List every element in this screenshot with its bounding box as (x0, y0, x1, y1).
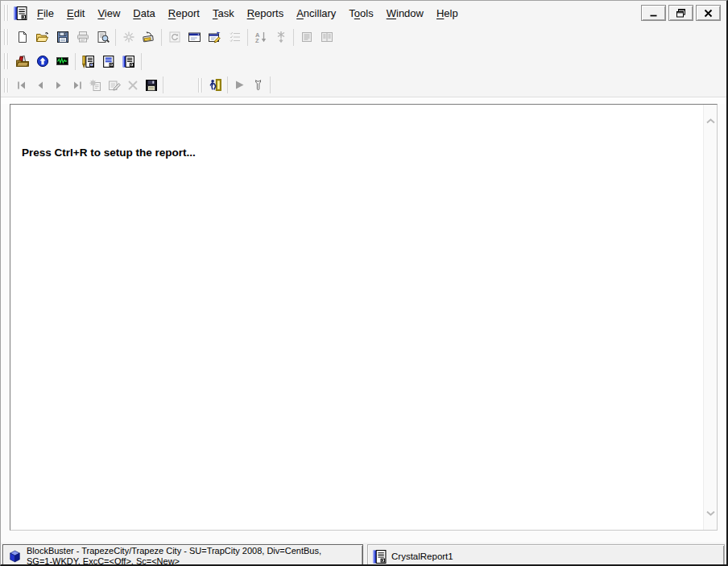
new-document-button[interactable] (12, 27, 32, 48)
folder-books-button[interactable] (12, 52, 32, 72)
folder-books-icon (15, 55, 30, 68)
delete-record-button (123, 75, 142, 95)
last-record-icon (72, 80, 83, 91)
menu-help[interactable]: Help (430, 4, 465, 23)
blue-cube-icon (8, 549, 22, 564)
menu-ancillary[interactable]: Ancillary (290, 4, 342, 23)
edit-record-button (105, 75, 123, 95)
toolbar-run-grip[interactable] (198, 73, 203, 97)
print-icon (77, 31, 89, 43)
report-task-button[interactable]: CrystalReport1 (367, 544, 725, 566)
print-preview-icon (97, 31, 110, 43)
report-bound-button[interactable] (118, 52, 139, 72)
next-record-icon (53, 80, 64, 91)
save-floppy-icon (56, 31, 69, 43)
first-record-icon (16, 80, 27, 91)
menu-view[interactable]: View (91, 4, 126, 23)
toolbar-separator (75, 53, 76, 70)
run-button (230, 75, 249, 95)
run-play-icon (234, 79, 246, 91)
toolbar-separator (115, 29, 116, 46)
upload-circle-icon (36, 55, 49, 68)
form-window-icon (188, 31, 201, 43)
toolbar-standard-grip[interactable] (4, 25, 9, 49)
menu-window[interactable]: Window (380, 4, 430, 23)
task-bar: BlockBuster - TrapezeCity/Trapeze City -… (1, 543, 726, 566)
print-button (72, 27, 93, 48)
restore-button[interactable] (668, 5, 693, 21)
toolbar-separator (163, 76, 163, 93)
close-button[interactable] (696, 5, 721, 21)
report-lines-button[interactable] (98, 52, 118, 72)
session-task-button[interactable]: BlockBuster - TrapezeCity/Trapeze City -… (2, 544, 363, 566)
toolbar-record-navigation (1, 73, 726, 97)
upload-circle-button[interactable] (32, 52, 52, 72)
scroll-up-icon (706, 118, 715, 124)
menu-data[interactable]: Data (126, 4, 161, 23)
minimize-icon (649, 9, 658, 18)
scroll-up-button[interactable] (704, 114, 718, 128)
restore-icon (676, 8, 686, 18)
setup-wrench-icon (252, 79, 264, 92)
exit-button[interactable] (206, 75, 225, 95)
toolbar-application (1, 49, 726, 73)
scroll-down-button[interactable] (704, 506, 718, 520)
starburst-icon (122, 31, 135, 43)
signal-monitor-icon (56, 55, 69, 68)
next-record-button (49, 75, 68, 95)
toolbar-separator (161, 29, 162, 46)
print-preview-button[interactable] (93, 27, 113, 48)
report-pencil-button[interactable] (78, 52, 98, 72)
toolbar-separator (141, 53, 142, 70)
first-record-button (12, 75, 31, 95)
menubar-grip[interactable] (4, 1, 9, 25)
open-file-button[interactable] (32, 27, 52, 48)
new-record-icon (89, 79, 102, 92)
sort-az-icon: A Z (254, 31, 267, 43)
new-document-icon (16, 31, 29, 43)
previous-record-button (31, 75, 49, 95)
crystal-report-icon (373, 550, 387, 564)
minimize-button[interactable] (641, 5, 666, 21)
report-columns-icon (321, 31, 333, 43)
last-record-button (68, 75, 86, 95)
new-record-button (86, 75, 105, 95)
toolbar-separator (227, 76, 228, 93)
signal-monitor-button[interactable] (52, 52, 72, 72)
starburst-button (118, 27, 139, 48)
menu-edit[interactable]: Edit (60, 4, 91, 23)
menu-file[interactable]: File (31, 4, 60, 23)
refresh-icon (168, 31, 181, 43)
toolbar-application-grip[interactable] (4, 49, 9, 73)
crystal-report-icon[interactable] (14, 6, 27, 20)
sort-az-button: A Z (250, 27, 271, 48)
report-view-button (296, 27, 316, 48)
close-icon (704, 9, 713, 18)
report-message: Press Ctrl+R to setup the report... (22, 147, 196, 159)
workspace: Press Ctrl+R to setup the report... (1, 104, 726, 543)
save-record-button[interactable] (142, 75, 160, 95)
window-controls (641, 5, 721, 21)
toolbar-separator (247, 29, 248, 46)
form-window-button[interactable] (184, 27, 205, 48)
toolbar-standard: A Z (1, 25, 726, 49)
scroll-down-icon (706, 510, 715, 516)
vertical-scrollbar[interactable] (703, 105, 717, 530)
menu-items: File Edit View Data Report Task Reports … (31, 4, 465, 23)
save-button[interactable] (52, 27, 72, 48)
menu-report[interactable]: Report (162, 4, 206, 23)
report-columns-button (316, 27, 337, 48)
menu-task[interactable]: Task (206, 4, 241, 23)
form-properties-button[interactable] (205, 27, 225, 48)
menu-tools[interactable]: Tools (342, 4, 379, 23)
asterisk-collapse-icon (275, 31, 287, 43)
export-design-button[interactable] (139, 27, 159, 48)
setup-button[interactable] (249, 75, 267, 95)
exit-door-icon (209, 78, 222, 92)
previous-record-icon (35, 80, 46, 91)
form-properties-icon (208, 31, 221, 43)
menu-reports[interactable]: Reports (241, 4, 291, 23)
toolbar-record-grip[interactable] (4, 73, 9, 97)
report-pencil-icon (81, 55, 95, 68)
report-viewport: Press Ctrl+R to setup the report... (10, 104, 718, 531)
